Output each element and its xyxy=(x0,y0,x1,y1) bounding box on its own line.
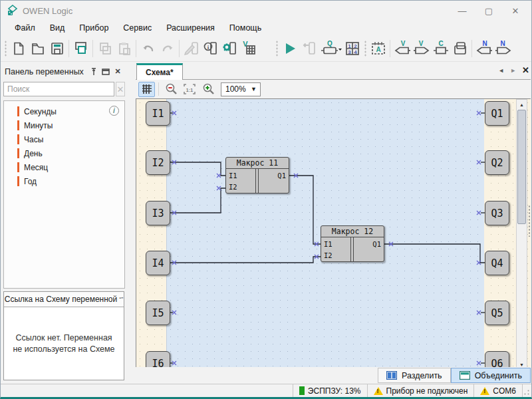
schema-canvas[interactable]: I1 I2 I3 I4 I5 I6 Q1 Q2 Q3 Q4 Q5 Q6 Макр… xyxy=(136,98,531,370)
redo-button[interactable] xyxy=(158,39,177,58)
paste-button[interactable] xyxy=(114,39,134,58)
output-network-variable-button[interactable]: N xyxy=(493,39,513,58)
menu-help[interactable]: Помощь xyxy=(222,22,269,34)
tab-bar: Схема* ◄ ► ✕ xyxy=(136,63,531,80)
menu-device[interactable]: Прибор xyxy=(72,22,116,34)
undo-button[interactable] xyxy=(138,39,158,58)
pin-icon[interactable] xyxy=(88,66,100,77)
write-to-device-button[interactable] xyxy=(182,39,201,58)
variable-label: Месяц xyxy=(24,163,48,172)
input-block-i3[interactable]: I3 xyxy=(146,201,170,225)
variables-table-button[interactable]: V xyxy=(239,39,259,58)
device-configuration-button[interactable] xyxy=(220,39,239,58)
new-document-button[interactable] xyxy=(9,39,28,58)
variable-item-hours[interactable]: Часы xyxy=(4,132,124,146)
eeprom-usage-cell: ЭСППЗУ: 13% xyxy=(293,384,367,397)
reference-panel-title: Ссылка на Схему переменной xyxy=(5,295,117,304)
resize-grip[interactable] xyxy=(522,384,531,397)
variables-panel-title: Панель переменных xyxy=(5,67,88,76)
svg-text:3: 3 xyxy=(348,49,351,55)
search-input[interactable] xyxy=(3,82,114,96)
maximize-button[interactable]: ▢ xyxy=(475,1,502,21)
scroll-up-icon[interactable]: ▲ xyxy=(517,100,527,110)
macro-block-11[interactable]: Макрос 11 I1 I2 Q1 xyxy=(225,157,289,194)
variable-marker xyxy=(17,134,19,144)
input-block-i1[interactable]: I1 xyxy=(146,101,170,126)
toolbar-grip-3[interactable] xyxy=(363,40,367,57)
output-block-q4[interactable]: Q4 xyxy=(485,251,509,275)
menu-file[interactable]: Файл xyxy=(7,22,43,34)
output-block-q3[interactable]: Q3 xyxy=(485,201,509,225)
zoom-out-button[interactable] xyxy=(162,82,179,97)
tab-scroll-left-icon[interactable]: ◄ xyxy=(498,67,504,74)
macro-input-pin[interactable]: I2 xyxy=(324,251,332,259)
tab-schema[interactable]: Схема* xyxy=(136,63,183,80)
output-variable-button[interactable]: V xyxy=(412,39,431,58)
app-logo-icon xyxy=(6,5,18,17)
merge-view-label: Объединить xyxy=(475,371,522,380)
document-footer: Разделить Объединить xyxy=(136,367,531,384)
right-panel-splitter[interactable] xyxy=(528,205,531,237)
constant-block-button[interactable]: C xyxy=(431,39,450,58)
output-block-button[interactable]: Q xyxy=(319,39,342,58)
io-label: I1 xyxy=(152,108,164,120)
debug-table-button[interactable]: 1 2 3 4 xyxy=(342,39,362,58)
open-project-button[interactable] xyxy=(28,39,47,58)
macro-block-12[interactable]: Макрос 12 I1 I2 Q1 xyxy=(321,225,384,262)
variable-item-year[interactable]: Год xyxy=(4,174,124,188)
zoom-level-select[interactable]: 100% ▼ xyxy=(221,82,261,96)
print-button[interactable] xyxy=(71,39,90,58)
toolbar-grip-2[interactable] xyxy=(275,40,279,57)
close-button[interactable]: ✕ xyxy=(502,1,529,21)
search-clear-button[interactable]: ✕ xyxy=(116,82,125,96)
scrollbar-thumb[interactable] xyxy=(517,110,526,224)
input-block-i4[interactable]: I4 xyxy=(146,251,170,275)
panel-close-icon[interactable]: ✕ xyxy=(112,66,124,77)
menu-view[interactable]: Вид xyxy=(43,22,72,34)
tab-label: Схема* xyxy=(146,68,174,77)
svg-text:4: 4 xyxy=(354,49,357,55)
macro-input-pin[interactable]: I1 xyxy=(229,172,237,180)
input-variable-button[interactable]: V xyxy=(392,39,412,58)
com-port-cell[interactable]: COM6 xyxy=(473,384,522,397)
variable-label: Минуты xyxy=(24,121,53,130)
menu-service[interactable]: Сервис xyxy=(116,22,159,34)
variable-item-minutes[interactable]: Минуты xyxy=(4,118,124,132)
variable-item-seconds[interactable]: Секунды i xyxy=(4,104,124,118)
input-network-variable-button[interactable]: N xyxy=(474,39,493,58)
split-view-button[interactable]: Разделить xyxy=(378,368,451,383)
merge-view-button[interactable]: Объединить xyxy=(451,368,531,383)
memory-block-button[interactable] xyxy=(450,39,469,58)
copy-button[interactable] xyxy=(95,39,114,58)
output-block-q1[interactable]: Q1 xyxy=(485,101,509,126)
tab-close-icon[interactable]: ✕ xyxy=(522,65,529,75)
input-block-i5[interactable]: I5 xyxy=(146,301,170,325)
svg-text:V: V xyxy=(400,40,405,47)
menu-extensions[interactable]: Расширения xyxy=(159,22,222,34)
tab-scroll-right-icon[interactable]: ► xyxy=(510,67,516,74)
variable-marker xyxy=(17,106,19,116)
macro-output-pin[interactable]: Q1 xyxy=(372,240,381,248)
output-block-q5[interactable]: Q5 xyxy=(485,301,509,325)
macro-output-pin[interactable]: Q1 xyxy=(277,172,286,180)
start-simulation-button[interactable] xyxy=(280,39,299,58)
toolbar-grip[interactable] xyxy=(3,40,7,57)
float-window-icon[interactable] xyxy=(100,66,112,77)
output-block-q2[interactable]: Q2 xyxy=(485,150,509,175)
zoom-in-button[interactable] xyxy=(200,82,216,97)
device-information-button[interactable]: i xyxy=(201,39,220,58)
toggle-grid-button[interactable] xyxy=(138,82,155,97)
variable-item-day[interactable]: День xyxy=(4,146,124,160)
upload-to-device-button[interactable] xyxy=(299,39,319,58)
save-button[interactable] xyxy=(47,39,66,58)
text-block-button[interactable]: A xyxy=(368,39,388,58)
split-view-label: Разделить xyxy=(402,371,442,380)
canvas-vertical-scrollbar[interactable]: ▲ ▼ xyxy=(516,99,527,370)
actual-size-button[interactable]: 1:1 xyxy=(181,82,198,97)
variable-item-month[interactable]: Месяц xyxy=(4,160,124,174)
macro-input-pin[interactable]: I1 xyxy=(324,240,332,248)
macro-input-pin[interactable]: I2 xyxy=(229,183,237,191)
info-icon[interactable]: i xyxy=(109,106,119,116)
input-block-i2[interactable]: I2 xyxy=(146,150,170,175)
minimize-button[interactable]: — xyxy=(449,1,475,21)
